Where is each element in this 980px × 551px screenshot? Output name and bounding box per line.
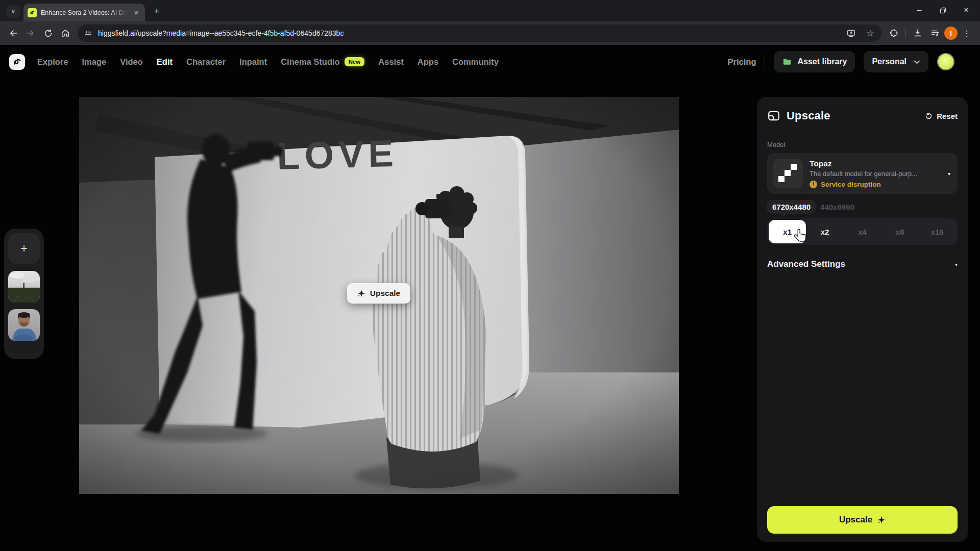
asset-library-label: Asset library [797, 57, 847, 66]
panel-title: Upscale [787, 109, 830, 122]
cursor-pointer [794, 228, 807, 243]
resolution-row: 6720x4480 440x8960 [767, 200, 958, 214]
model-warning-row: ! Service disruption [810, 181, 917, 188]
reset-icon [924, 112, 933, 120]
model-selector[interactable]: Topaz The default model for general-purp… [767, 153, 958, 194]
nav-link-cinema-studio[interactable]: Cinema Studio New [281, 57, 364, 67]
upscale-panel-icon [767, 109, 780, 122]
model-thumbnail-icon [773, 159, 803, 188]
back-button[interactable] [5, 25, 21, 41]
advanced-settings-toggle[interactable]: Advanced Settings ▾ [767, 259, 958, 269]
nav-right-group: Pricing Asset library Personal [728, 51, 954, 72]
upscale-cta-label: Upscale [839, 515, 872, 525]
url-bar[interactable]: higgsfield.ai/upscale?media=image--ae55c… [78, 24, 881, 42]
kebab-icon: ⋮ [963, 29, 971, 38]
browser-profile-avatar[interactable]: I [944, 27, 958, 40]
media-thumbnail-landscape[interactable] [8, 271, 40, 303]
reload-button[interactable] [40, 25, 56, 41]
media-controls-button[interactable] [927, 25, 943, 41]
tab-search-button[interactable]: ∨ [6, 5, 20, 18]
higgsfield-logo-icon [12, 56, 23, 67]
canvas-upscale-button[interactable]: Upscale [347, 283, 410, 304]
upscale-panel: Upscale Reset Model Topaz The default mo… [757, 97, 968, 542]
extensions-button[interactable] [886, 25, 902, 41]
nav-links: Explore Image Video Edit Character Inpai… [37, 57, 499, 67]
sparkle-icon [877, 516, 886, 524]
workspace-label: Personal [872, 57, 906, 66]
nav-link-edit[interactable]: Edit [157, 57, 173, 67]
editor-canvas[interactable]: LOVE Upscale [79, 97, 679, 494]
minimize-button[interactable]: – [908, 0, 931, 20]
browser-toolbar: higgsfield.ai/upscale?media=image--ae55c… [0, 21, 980, 45]
reload-icon [43, 29, 53, 38]
canvas-upscale-label: Upscale [370, 289, 400, 298]
multiplier-x2-button[interactable]: x2 [806, 220, 843, 243]
chevron-down-icon [914, 60, 920, 64]
model-description: The default model for general-purp... [810, 170, 917, 178]
new-badge: New [345, 57, 365, 66]
site-settings-icon[interactable] [84, 29, 93, 38]
forward-icon [26, 28, 36, 38]
close-window-button[interactable]: × [954, 0, 978, 20]
model-name: Topaz [810, 159, 917, 168]
nav-link-image[interactable]: Image [82, 57, 107, 67]
field-photo-thumbnail [8, 271, 40, 303]
media-rail: + [4, 229, 44, 359]
tab-close-icon[interactable]: × [132, 8, 141, 17]
multiplier-x16-button[interactable]: x16 [919, 220, 956, 243]
reset-button[interactable]: Reset [924, 112, 958, 120]
nav-link-explore[interactable]: Explore [37, 57, 68, 67]
install-app-button[interactable] [844, 26, 858, 40]
multiplier-x4-button[interactable]: x4 [844, 220, 881, 243]
star-icon: ☆ [866, 28, 874, 39]
pricing-link[interactable]: Pricing [728, 57, 756, 67]
nav-link-assist[interactable]: Assist [378, 57, 404, 67]
workspace-selector[interactable]: Personal [864, 51, 928, 72]
download-icon [913, 28, 923, 38]
higgsfield-favicon-icon [28, 8, 37, 17]
user-avatar[interactable] [937, 53, 954, 70]
add-media-button[interactable]: + [8, 233, 40, 264]
media-thumbnail-portrait[interactable] [8, 309, 40, 341]
resolution-tooltip: 6720x4480 [767, 200, 816, 214]
panel-header: Upscale Reset [767, 109, 958, 122]
new-tab-button[interactable]: + [150, 5, 163, 18]
nav-link-character[interactable]: Character [186, 57, 226, 67]
nav-link-inpaint[interactable]: Inpaint [239, 57, 267, 67]
warning-icon: ! [810, 181, 817, 188]
multiplier-x8-button[interactable]: x8 [881, 220, 918, 243]
model-section-label: Model [767, 141, 958, 148]
model-info: Topaz The default model for general-purp… [810, 159, 917, 188]
man-photo-thumbnail [8, 309, 40, 341]
sparkle-icon [357, 289, 365, 297]
tab-title: Enhance Sora 2 Videos: AI Defli [41, 9, 128, 16]
nav-divider [765, 55, 765, 68]
forward-button[interactable] [22, 25, 39, 41]
higgsfield-logo[interactable] [9, 54, 25, 70]
restore-button[interactable] [931, 0, 954, 20]
home-icon [60, 28, 70, 38]
asset-library-button[interactable]: Asset library [774, 51, 855, 72]
cinema-studio-label: Cinema Studio [281, 57, 340, 67]
browser-menu-button[interactable]: ⋮ [959, 25, 975, 41]
upscale-cta-button[interactable]: Upscale [767, 506, 958, 534]
chevron-down-icon: ▾ [955, 262, 958, 267]
home-button[interactable] [57, 25, 74, 41]
nav-link-community[interactable]: Community [452, 57, 499, 67]
downloads-button[interactable] [910, 25, 926, 41]
install-icon [846, 29, 856, 38]
browser-tab[interactable]: Enhance Sora 2 Videos: AI Defli × [23, 4, 145, 21]
chevron-down-icon: ▾ [948, 171, 950, 177]
back-icon [8, 28, 18, 38]
nav-link-apps[interactable]: Apps [418, 57, 438, 67]
nav-link-video[interactable]: Video [120, 57, 143, 67]
chevron-down-icon: ∨ [11, 8, 16, 15]
bookmark-star-button[interactable]: ☆ [863, 26, 877, 40]
warning-text: Service disruption [821, 181, 881, 188]
puzzle-icon [889, 29, 899, 38]
browser-titlebar: ∨ Enhance Sora 2 Videos: AI Defli × + – … [0, 0, 980, 21]
resolution-alt: 440x8960 [820, 203, 854, 211]
advanced-settings-label: Advanced Settings [767, 259, 845, 269]
url-text[interactable]: higgsfield.ai/upscale?media=image--ae55c… [98, 29, 839, 37]
reset-label: Reset [937, 112, 958, 120]
